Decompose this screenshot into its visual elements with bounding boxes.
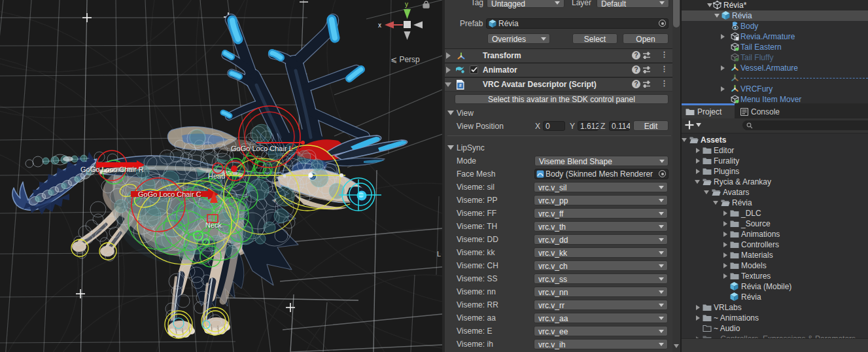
svg-text:y: y bbox=[405, 1, 408, 8]
svg-text:GoGo Loco Chair L: GoGo Loco Chair L bbox=[231, 145, 293, 152]
svg-text:Neck: Neck bbox=[205, 221, 222, 229]
svg-text:GoGo Loco Chair R: GoGo Loco Chair R bbox=[80, 166, 144, 173]
svg-text:L: L bbox=[437, 250, 441, 258]
svg-text:⩽ Persp: ⩽ Persp bbox=[391, 55, 420, 64]
svg-text:GoGo Loco Chair C: GoGo Loco Chair C bbox=[138, 190, 201, 198]
svg-text:x: x bbox=[378, 22, 381, 29]
svg-text:#: # bbox=[459, 83, 462, 88]
svg-text:Head: Head bbox=[208, 172, 225, 180]
